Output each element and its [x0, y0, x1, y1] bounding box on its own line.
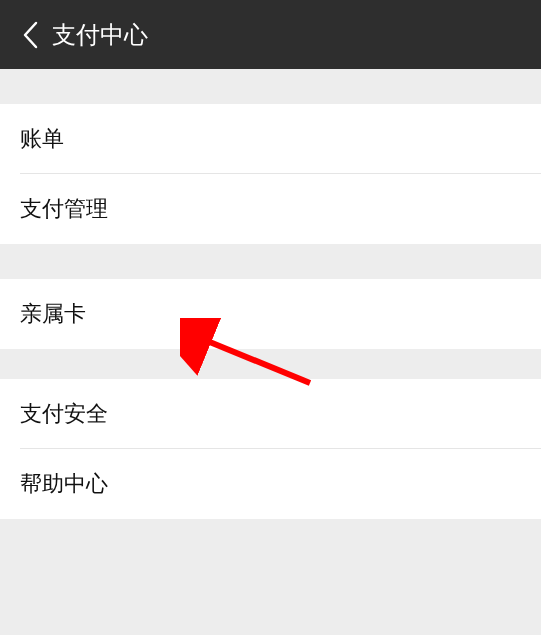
row-label: 支付管理 [20, 194, 108, 224]
row-label: 亲属卡 [20, 299, 86, 329]
row-bills[interactable]: 账单 [0, 104, 541, 174]
section-gap [0, 349, 541, 379]
section-gap [0, 244, 541, 279]
row-payment-management[interactable]: 支付管理 [0, 174, 541, 244]
section-3: 支付安全 帮助中心 [0, 379, 541, 519]
section-1: 账单 支付管理 [0, 104, 541, 244]
row-payment-security[interactable]: 支付安全 [0, 379, 541, 449]
chevron-left-icon [21, 20, 39, 50]
page-title: 支付中心 [52, 19, 148, 51]
back-button[interactable] [10, 15, 50, 55]
row-family-card[interactable]: 亲属卡 [0, 279, 541, 349]
section-2: 亲属卡 [0, 279, 541, 349]
section-gap [0, 69, 541, 104]
header: 支付中心 [0, 0, 541, 69]
row-help-center[interactable]: 帮助中心 [0, 449, 541, 519]
row-label: 支付安全 [20, 399, 108, 429]
row-label: 账单 [20, 124, 64, 154]
row-label: 帮助中心 [20, 469, 108, 499]
